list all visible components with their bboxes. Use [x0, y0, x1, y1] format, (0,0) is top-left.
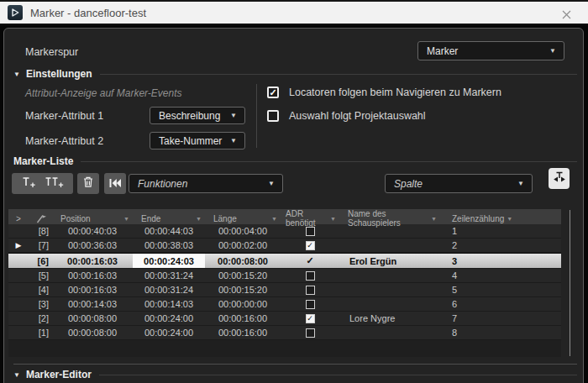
- cell-name[interactable]: Lore Nygre: [339, 312, 440, 325]
- marker-attribut-1-select[interactable]: Beschreibung ▼: [150, 107, 245, 124]
- table-row[interactable]: [2] 00:00:08:00 00:00:24:00 00:00:16:00 …: [8, 312, 561, 326]
- cell-ende[interactable]: 00:00:24:00: [133, 312, 205, 325]
- collapse-triangle-icon[interactable]: ▼: [13, 371, 20, 379]
- cell-zeilen[interactable]: 4: [440, 269, 514, 282]
- cell-ende[interactable]: 00:00:44:03: [133, 224, 205, 238]
- marker-attribut-2-value: Take-Nummer: [159, 135, 222, 147]
- cell-position[interactable]: 00:00:16:03: [52, 269, 133, 282]
- cell-ende[interactable]: 00:00:24:00: [133, 326, 205, 339]
- delete-marker-button[interactable]: [77, 173, 99, 194]
- cell-filler: [514, 254, 561, 268]
- cell-position[interactable]: 00:00:14:03: [52, 297, 133, 311]
- selection-follows-checkbox[interactable]: [267, 110, 279, 122]
- cell-laenge[interactable]: 00:00:15:20: [205, 283, 281, 296]
- cell-position[interactable]: 00:00:08:00: [52, 326, 133, 339]
- cell-adr[interactable]: [281, 224, 339, 238]
- cell-marker-id[interactable]: [1]: [29, 326, 52, 339]
- adr-checkbox[interactable]: [306, 271, 315, 281]
- adr-checkbox[interactable]: [306, 227, 315, 236]
- cell-marker-id[interactable]: [8]: [29, 224, 52, 238]
- cell-name[interactable]: [339, 224, 440, 238]
- cell-marker-id[interactable]: [2]: [29, 312, 52, 325]
- cell-name[interactable]: [339, 239, 440, 252]
- cell-adr[interactable]: [281, 297, 339, 311]
- adr-checkbox[interactable]: ✓: [306, 314, 315, 323]
- cell-adr[interactable]: [281, 283, 339, 296]
- cell-adr[interactable]: ✓: [281, 312, 339, 325]
- cell-adr[interactable]: ✓: [281, 254, 339, 268]
- marker-attribut-2-select[interactable]: Take-Nummer ▼: [150, 132, 245, 150]
- cell-position[interactable]: 00:00:40:03: [52, 224, 133, 238]
- cell-name[interactable]: [339, 297, 440, 311]
- cell-zeilen[interactable]: 5: [440, 283, 514, 296]
- cell-ende[interactable]: 00:00:24:03: [133, 254, 205, 268]
- table-scrollbar[interactable]: [570, 210, 570, 356]
- cell-marker-id[interactable]: [5]: [29, 269, 52, 282]
- cell-marker-id[interactable]: [4]: [29, 283, 52, 296]
- cell-adr[interactable]: ✓: [281, 239, 339, 252]
- cell-adr[interactable]: [281, 269, 339, 282]
- table-row[interactable]: [3] 00:00:14:03 00:00:14:03 00:00:00:00 …: [8, 297, 561, 312]
- cell-adr[interactable]: [281, 326, 339, 339]
- cell-name[interactable]: Erol Ergün: [339, 254, 440, 268]
- cell-zeilen[interactable]: 1: [440, 224, 514, 238]
- table-row[interactable]: ▶ [7] 00:00:36:03 00:00:38:03 00:00:02:0…: [8, 239, 561, 253]
- cell-zeilen[interactable]: 7: [440, 312, 514, 325]
- cell-name[interactable]: [339, 326, 440, 339]
- cell-filler: [514, 297, 561, 311]
- table-row[interactable]: [1] 00:00:08:00 00:00:24:00 00:00:16:00 …: [8, 326, 561, 340]
- add-marker-button-group[interactable]: [12, 173, 73, 194]
- marker-track-select[interactable]: Marker ▼: [417, 41, 564, 60]
- adr-checkbox[interactable]: [306, 286, 315, 295]
- locators-follow-checkbox[interactable]: ✓: [267, 87, 279, 98]
- cell-marker-id[interactable]: [7]: [29, 239, 52, 252]
- marker-navigate-toggle-button[interactable]: [549, 168, 570, 189]
- cell-laenge[interactable]: 00:00:04:00: [205, 224, 281, 238]
- titlebar: Marker - dancefloor-test: [0, 0, 588, 25]
- settings-vertical-divider: [256, 84, 257, 148]
- add-cycle-marker-icon[interactable]: [45, 176, 64, 192]
- cell-position[interactable]: 00:00:08:00: [52, 312, 133, 325]
- funktionen-select[interactable]: Funktionen ▼: [129, 174, 283, 193]
- adr-checkbox[interactable]: ✓: [306, 241, 315, 250]
- table-row[interactable]: [8] 00:00:40:03 00:00:44:03 00:00:04:00 …: [8, 224, 561, 239]
- adr-checkbox[interactable]: [306, 300, 315, 309]
- cell-laenge[interactable]: 00:00:02:00: [205, 239, 281, 252]
- cell-laenge[interactable]: 00:00:16:00: [205, 312, 281, 325]
- cell-laenge[interactable]: 00:00:16:00: [205, 326, 281, 339]
- cell-zeilen[interactable]: 8: [440, 326, 514, 339]
- selection-follows-checkbox-row[interactable]: Auswahl folgt Projektauswahl: [267, 110, 426, 122]
- collapse-triangle-icon[interactable]: ▼: [13, 71, 20, 78]
- spalte-select[interactable]: Spalte ▼: [385, 174, 533, 193]
- cell-position[interactable]: 00:00:36:03: [52, 239, 133, 252]
- cell-position[interactable]: 00:00:16:03: [52, 283, 133, 296]
- cell-position[interactable]: 00:00:16:03: [52, 254, 133, 268]
- cell-ende[interactable]: 00:00:31:24: [133, 283, 205, 296]
- marker-track-value: Marker: [427, 45, 458, 57]
- cell-name[interactable]: [339, 283, 440, 296]
- table-row[interactable]: [4] 00:00:16:03 00:00:31:24 00:00:15:20 …: [8, 283, 561, 297]
- add-marker-icon[interactable]: [22, 176, 36, 192]
- cell-zeilen[interactable]: 3: [440, 254, 514, 268]
- spalte-value: Spalte: [394, 178, 423, 190]
- cell-laenge[interactable]: 00:00:00:00: [205, 297, 281, 311]
- cell-laenge[interactable]: 00:00:15:20: [205, 269, 281, 282]
- adr-checkbox[interactable]: [306, 328, 315, 338]
- table-row[interactable]: [6] 00:00:16:03 00:00:24:03 00:00:08:00 …: [8, 253, 561, 269]
- cell-marker-id[interactable]: [6]: [29, 254, 52, 268]
- cell-laenge[interactable]: 00:00:08:00: [205, 254, 281, 268]
- cell-zeilen[interactable]: 6: [440, 297, 514, 311]
- cell-ende[interactable]: 00:00:38:03: [133, 239, 205, 252]
- adr-checkbox[interactable]: ✓: [306, 255, 313, 266]
- bottom-divider: [13, 364, 577, 365]
- cell-ende[interactable]: 00:00:31:24: [133, 269, 205, 282]
- cell-ende[interactable]: 00:00:14:03: [133, 297, 205, 311]
- locate-previous-button[interactable]: [104, 173, 126, 194]
- cell-marker-id[interactable]: [3]: [29, 297, 52, 311]
- close-icon[interactable]: [559, 8, 573, 21]
- sort-arrow-icon: ▼: [330, 216, 336, 222]
- table-row[interactable]: [5] 00:00:16:03 00:00:31:24 00:00:15:20 …: [8, 269, 561, 283]
- locators-follow-checkbox-row[interactable]: ✓ Locatoren folgen beim Navigieren zu Ma…: [267, 87, 501, 98]
- cell-zeilen[interactable]: 2: [440, 239, 514, 252]
- cell-name[interactable]: [339, 269, 440, 282]
